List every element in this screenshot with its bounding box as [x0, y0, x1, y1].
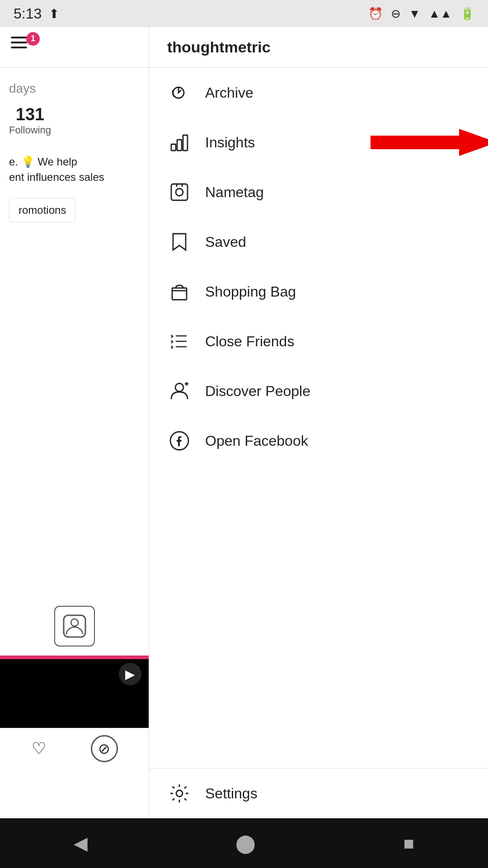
menu-item-nametag[interactable]: Nametag	[149, 167, 488, 217]
settings-icon	[167, 781, 192, 806]
top-bar: 1	[0, 27, 149, 68]
bio-line1: e. 💡 We help	[9, 156, 77, 168]
left-bottom-nav: ♡ ⊘	[0, 728, 149, 769]
svg-point-1	[71, 619, 78, 626]
recent-button[interactable]: ■	[404, 833, 414, 854]
svg-rect-4	[177, 140, 182, 151]
right-panel: thoughtmetric Archive	[149, 27, 488, 818]
bio-text: e. 💡 We help ent influences sales	[9, 154, 104, 184]
close-friends-icon	[167, 329, 192, 354]
wifi-icon: ▼	[409, 7, 421, 21]
android-nav-bar: ◀ ⬤ ■	[0, 818, 488, 868]
menu-item-insights[interactable]: Insights	[149, 118, 488, 167]
heart-icon[interactable]: ♡	[32, 739, 46, 758]
video-play-icon: ▶	[119, 663, 141, 685]
status-bar: 5:13 ⬆ ⏰ ⊖ ▼ ▲▲ 🔋	[0, 0, 488, 27]
menu-item-saved[interactable]: Saved	[149, 217, 488, 267]
menu-item-discover-people[interactable]: Discover People	[149, 366, 488, 416]
upload-icon: ⬆	[49, 6, 59, 21]
settings-label: Settings	[205, 785, 258, 802]
open-facebook-label: Open Facebook	[205, 433, 308, 449]
menu-item-settings[interactable]: Settings	[149, 769, 488, 818]
following-label: Following	[9, 124, 51, 136]
menu-item-shopping-bag[interactable]: Shopping Bag	[149, 267, 488, 316]
svg-rect-6	[171, 184, 188, 200]
close-friends-label: Close Friends	[205, 333, 294, 350]
alarm-icon: ⏰	[368, 7, 383, 21]
video-progress-bar	[0, 656, 149, 659]
main-layout: 1 days 131 Following e. 💡 We help ent in…	[0, 27, 488, 818]
status-right: ⏰ ⊖ ▼ ▲▲ 🔋	[368, 7, 474, 21]
facebook-icon	[167, 429, 192, 453]
battery-icon: 🔋	[460, 7, 474, 21]
red-arrow	[371, 129, 488, 156]
svg-point-12	[175, 383, 183, 392]
days-text: days	[9, 81, 36, 96]
home-button[interactable]: ⬤	[235, 833, 256, 854]
svg-point-7	[176, 189, 183, 196]
tagged-photo-icon	[54, 606, 95, 646]
profile-content: days 131 Following e. 💡 We help ent infl…	[0, 68, 149, 236]
status-time: 5:13	[14, 5, 42, 22]
stats-row: 131 Following	[9, 105, 51, 136]
left-bottom-area: ▶	[0, 597, 149, 746]
left-panel: 1 days 131 Following e. 💡 We help ent in…	[0, 27, 149, 818]
archive-icon	[167, 80, 192, 105]
insights-icon	[167, 130, 192, 155]
menu-bottom: Settings	[149, 768, 488, 818]
hamburger-container[interactable]: 1	[11, 34, 38, 61]
notification-badge: 1	[26, 32, 40, 46]
svg-rect-5	[183, 135, 188, 151]
menu-list: Archive Insights	[149, 68, 488, 768]
discover-people-icon	[167, 379, 192, 403]
following-count: 131	[16, 105, 44, 124]
menu-item-open-facebook[interactable]: Open Facebook	[149, 416, 488, 466]
insights-label: Insights	[205, 134, 255, 151]
following-stat: 131 Following	[9, 105, 51, 136]
nametag-icon	[167, 180, 192, 204]
nametag-label: Nametag	[205, 184, 264, 201]
shopping-bag-label: Shopping Bag	[205, 283, 296, 300]
svg-point-16	[176, 790, 183, 797]
archive-label: Archive	[205, 85, 253, 101]
status-left: 5:13 ⬆	[14, 5, 59, 22]
menu-item-archive[interactable]: Archive	[149, 68, 488, 118]
signal-icon: ▲▲	[429, 7, 452, 21]
menu-header: thoughtmetric	[149, 27, 488, 68]
promotions-button[interactable]: romotions	[9, 198, 75, 222]
bio-line2: ent influences sales	[9, 171, 104, 183]
shopping-bag-icon	[167, 279, 192, 304]
compass-icon[interactable]: ⊘	[91, 735, 118, 762]
person-icon-box	[0, 597, 149, 656]
saved-icon	[167, 230, 192, 254]
username: thoughtmetric	[167, 38, 271, 56]
svg-rect-3	[171, 144, 176, 151]
donotdisturb-icon: ⊖	[391, 7, 401, 21]
saved-label: Saved	[205, 234, 246, 250]
discover-people-label: Discover People	[205, 383, 310, 400]
back-button[interactable]: ◀	[74, 833, 88, 854]
menu-item-close-friends[interactable]: Close Friends	[149, 316, 488, 366]
svg-rect-8	[172, 288, 187, 300]
